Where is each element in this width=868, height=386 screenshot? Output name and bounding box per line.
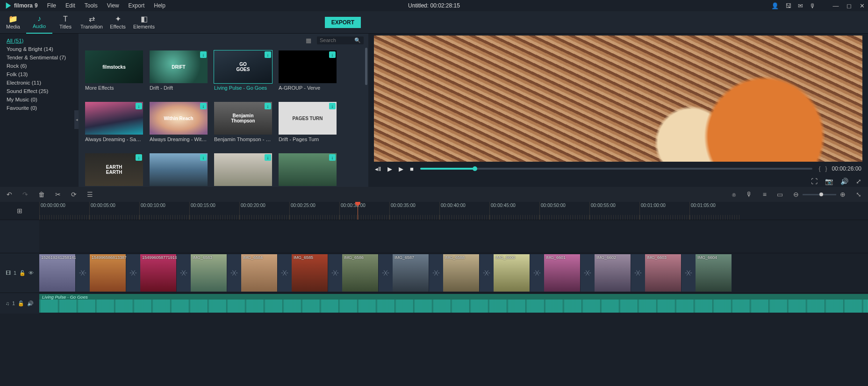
asset-item[interactable]: ↓DRIFTDrift - Drift: [150, 50, 208, 95]
mark-in-icon[interactable]: {: [819, 165, 821, 172]
category-item[interactable]: Young & Bright (14): [0, 45, 79, 53]
search-box[interactable]: 🔍: [317, 36, 364, 44]
snapshot-icon[interactable]: 📷: [825, 178, 833, 185]
search-icon[interactable]: 🔍: [354, 37, 361, 43]
prev-frame-icon[interactable]: ◂Ⅱ: [375, 165, 381, 172]
asset-item[interactable]: ↓: [279, 153, 337, 187]
video-clip[interactable]: IMG_6587: [393, 254, 429, 292]
category-item[interactable]: My Music (0): [0, 95, 79, 104]
video-clip[interactable]: IMG_6588: [443, 254, 480, 292]
audio-clip[interactable]: Living Pulse - Go Goes: [39, 294, 868, 313]
transition-block[interactable]: [177, 254, 191, 292]
library-scrollbar[interactable]: [365, 48, 367, 85]
menu-view[interactable]: View: [102, 2, 124, 9]
download-icon[interactable]: ↓: [136, 103, 142, 109]
video-clip[interactable]: IMG_6602: [595, 254, 631, 292]
asset-item[interactable]: ↓: [214, 153, 272, 187]
video-track[interactable]: 🎞 1 🔓 👁 15261924125814194_...15499658681…: [0, 253, 868, 293]
transition-block[interactable]: [681, 254, 696, 292]
seek-bar[interactable]: [420, 168, 812, 170]
lock-icon[interactable]: 🔓: [18, 300, 24, 307]
transition-block[interactable]: [379, 254, 393, 292]
download-icon[interactable]: ↓: [265, 51, 271, 58]
zoom-fit-icon[interactable]: ⤡: [856, 191, 861, 198]
video-clip[interactable]: 15261924125814194_...: [39, 254, 76, 292]
download-icon[interactable]: ↓: [200, 51, 207, 58]
tab-effects[interactable]: ✦Effects: [105, 11, 131, 34]
add-track-icon[interactable]: ⊞: [17, 207, 22, 214]
download-icon[interactable]: ↓: [200, 103, 207, 109]
category-item[interactable]: Rock (6): [0, 62, 79, 70]
record-vo-icon[interactable]: 🎙: [746, 191, 753, 198]
menu-edit[interactable]: Edit: [61, 2, 80, 9]
stop-icon[interactable]: ■: [410, 165, 414, 172]
grid-view-icon[interactable]: ▦: [306, 37, 311, 44]
render-icon[interactable]: ▭: [777, 191, 783, 198]
message-icon[interactable]: ✉: [798, 2, 803, 9]
video-clip[interactable]: 15499605877191989_...: [140, 254, 177, 292]
timeline-ruler[interactable]: 00:00:00:0000:00:05:0000:00:10:0000:00:1…: [39, 202, 868, 220]
menu-help[interactable]: Help: [149, 2, 170, 9]
mic-icon[interactable]: 🎙: [810, 2, 816, 9]
video-clip[interactable]: IMG_6600: [494, 254, 530, 292]
zoom-in-icon[interactable]: ⊕: [840, 191, 846, 198]
next-frame-icon[interactable]: ▶: [399, 165, 403, 172]
download-icon[interactable]: ↓: [265, 103, 271, 109]
window-close[interactable]: ✕: [859, 2, 865, 9]
video-clip[interactable]: IMG_6583: [191, 254, 227, 292]
marker-icon[interactable]: ⍟: [732, 191, 736, 198]
play-icon[interactable]: ▶: [387, 165, 392, 172]
download-icon[interactable]: ↓: [200, 154, 207, 161]
transition-block[interactable]: [126, 254, 140, 292]
video-clip[interactable]: IMG_6601: [544, 254, 581, 292]
speed-icon[interactable]: ⟳: [71, 191, 77, 198]
menu-file[interactable]: File: [43, 2, 61, 9]
tab-media[interactable]: 📁Media: [0, 11, 26, 34]
split-icon[interactable]: ✂: [55, 191, 61, 198]
category-item[interactable]: Tender & Sentimental (7): [0, 53, 79, 62]
quality-icon[interactable]: ⛶: [811, 178, 818, 185]
speaker-icon[interactable]: 🔊: [27, 300, 34, 307]
video-clip[interactable]: IMG_6586: [342, 254, 379, 292]
transition-block[interactable]: [429, 254, 443, 292]
category-item[interactable]: Folk (13): [0, 70, 79, 79]
account-icon[interactable]: 👤: [771, 2, 779, 9]
menu-tools[interactable]: Tools: [80, 2, 102, 9]
transition-block[interactable]: [328, 254, 342, 292]
transition-block[interactable]: [631, 254, 645, 292]
download-icon[interactable]: ↓: [329, 154, 336, 161]
save-icon[interactable]: 🖫: [785, 2, 791, 9]
video-clip[interactable]: IMG_6603: [645, 254, 681, 292]
asset-item[interactable]: ↓PAGES TURNDrift - Pages Turn: [279, 102, 337, 147]
video-clip[interactable]: IMG_6584: [241, 254, 278, 292]
export-button[interactable]: EXPORT: [325, 17, 361, 28]
mark-out-icon[interactable]: }: [825, 165, 827, 172]
lock-icon[interactable]: 🔓: [19, 270, 26, 276]
download-icon[interactable]: ↓: [265, 154, 271, 161]
delete-icon[interactable]: 🗑: [38, 191, 45, 198]
download-icon[interactable]: ↓: [329, 51, 336, 58]
category-item[interactable]: All (51): [0, 36, 79, 45]
asset-item[interactable]: ↓Benjamin ThompsonBenjamin Thompson - Lu…: [214, 102, 272, 147]
asset-item[interactable]: ↓A-GROUP - Verve: [279, 50, 337, 95]
asset-item[interactable]: filmstocksMore Effects: [85, 50, 143, 95]
playhead[interactable]: [358, 202, 358, 220]
asset-item[interactable]: ↓Always Dreaming - Same...: [85, 102, 143, 147]
tab-audio[interactable]: ♪Audio: [26, 11, 52, 34]
video-clip[interactable]: IMG_6604: [696, 254, 732, 292]
video-clip[interactable]: IMG_6585: [292, 254, 328, 292]
undo-icon[interactable]: ↶: [7, 191, 12, 198]
transition-block[interactable]: [278, 254, 292, 292]
transition-block[interactable]: [76, 254, 90, 292]
search-input[interactable]: [320, 37, 352, 43]
zoom-slider[interactable]: [803, 194, 836, 195]
transition-block[interactable]: [581, 254, 595, 292]
window-minimize[interactable]: —: [832, 2, 839, 9]
audio-track[interactable]: ♫ 1 🔓 🔊 Living Pulse - Go Goes: [0, 293, 868, 314]
eye-icon[interactable]: 👁: [29, 270, 34, 276]
volume-icon[interactable]: 🔊: [840, 178, 848, 185]
transition-block[interactable]: [227, 254, 241, 292]
tab-titles[interactable]: TTitles: [52, 11, 79, 34]
window-maximize[interactable]: ◻: [846, 2, 852, 9]
asset-item[interactable]: ↓EARTH EARTH: [85, 153, 143, 187]
